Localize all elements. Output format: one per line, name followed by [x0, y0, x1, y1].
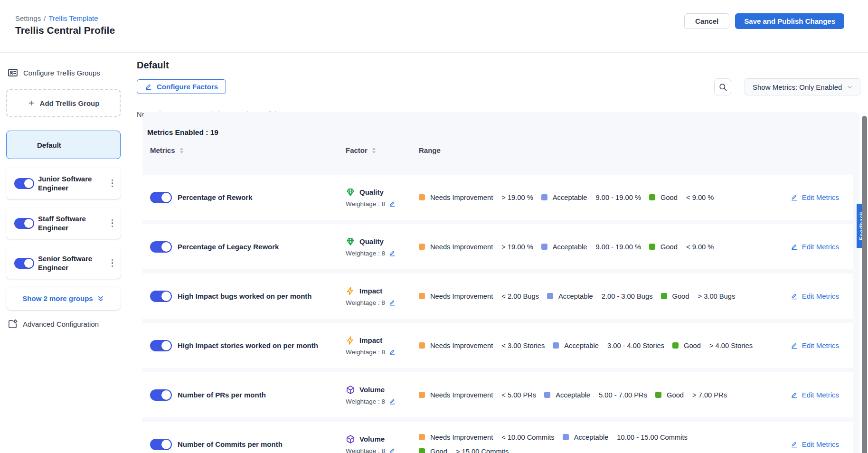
- range-label: Acceptable: [574, 434, 609, 441]
- toggle-knob: [161, 292, 171, 301]
- range-group: Good > 15.00 Commits: [419, 448, 509, 453]
- range-group: Acceptable 5.00 - 7.00 PRs: [544, 391, 647, 399]
- edit-metrics-link[interactable]: Edit Metrics: [791, 193, 839, 201]
- column-header-metrics[interactable]: Metrics: [150, 146, 342, 154]
- metric-enabled-toggle[interactable]: [150, 192, 172, 203]
- metric-name-label: Percentage of Legacy Rework: [173, 243, 342, 251]
- edit-metrics-cell: Edit Metrics: [791, 243, 839, 251]
- breadcrumb-settings[interactable]: Settings: [15, 14, 41, 22]
- edit-weightage-pencil-icon[interactable]: [389, 200, 396, 208]
- default-group-label: Default: [37, 141, 61, 149]
- range-label: Acceptable: [564, 342, 599, 349]
- breadcrumb-trellis-template[interactable]: Trellis Template: [48, 14, 98, 22]
- range-color-chip: [655, 392, 661, 398]
- sidebar-trellis-group-card[interactable]: Senior Software Engineer: [6, 247, 121, 279]
- metric-enabled-toggle[interactable]: [150, 241, 172, 253]
- range-color-chip: [419, 448, 425, 453]
- save-and-publish-button[interactable]: Save and Publish Changes: [735, 13, 844, 29]
- edit-metrics-link[interactable]: Edit Metrics: [791, 341, 839, 349]
- factor-cell: Impact Weightage : 8: [342, 336, 413, 356]
- range-color-chip: [672, 342, 679, 349]
- metric-enabled-toggle[interactable]: [150, 389, 172, 401]
- factor-cell: Impact Weightage : 8: [342, 286, 413, 306]
- configure-factors-button[interactable]: Configure Factors: [137, 79, 226, 94]
- range-cell: Needs Improvement < 10.00 Commits Accept…: [413, 434, 698, 453]
- metrics-table-body: Percentage of Rework: [142, 175, 859, 453]
- range-value: < 3.00 Stories: [501, 342, 545, 349]
- edit-metrics-cell: Edit Metrics: [791, 341, 839, 349]
- range-color-chip: [419, 244, 425, 250]
- edit-metrics-link[interactable]: Edit Metrics: [791, 292, 839, 300]
- column-header-factor[interactable]: Factor: [342, 146, 413, 154]
- range-value: > 3.00 Bugs: [698, 293, 735, 300]
- range-value: < 5.00 PRs: [501, 391, 536, 399]
- range-color-chip: [541, 194, 547, 200]
- impact-lightning-icon: [346, 286, 355, 296]
- edit-weightage-pencil-icon[interactable]: [389, 398, 396, 405]
- pencil-icon: [791, 391, 798, 399]
- range-value: < 9.00 %: [686, 194, 714, 201]
- metric-enabled-toggle[interactable]: [150, 439, 172, 450]
- metric-name-label: Number of Commits per month: [173, 440, 342, 448]
- edit-metrics-label: Edit Metrics: [802, 391, 839, 399]
- range-label: Needs Improvement: [430, 243, 493, 251]
- group-enabled-toggle[interactable]: [14, 258, 34, 269]
- range-label: Acceptable: [556, 391, 590, 399]
- pencil-icon: [791, 243, 798, 251]
- chevron-down-icon: [846, 84, 853, 91]
- metric-name-label: High Impact stories worked on per month: [173, 341, 342, 349]
- range-group: Acceptable 3.00 - 4.00 Stories: [553, 342, 664, 349]
- plus-icon: [28, 99, 35, 107]
- factor-name-label: Volume: [359, 386, 385, 394]
- show-more-groups-button[interactable]: Show 2 more groups: [6, 287, 121, 310]
- metric-enabled-toggle[interactable]: [150, 340, 172, 351]
- edit-metrics-cell: Edit Metrics: [791, 193, 839, 201]
- show-more-groups-label: Show 2 more groups: [22, 294, 93, 302]
- trellis-group-list: Junior Software Engineer Staff Software …: [6, 168, 121, 279]
- show-metrics-filter-dropdown[interactable]: Show Metrics: Only Enabled: [745, 78, 860, 95]
- range-group: Good < 9.00 %: [649, 243, 714, 251]
- edit-weightage-pencil-icon[interactable]: [389, 447, 396, 453]
- weightage-label: Weightage : 8: [346, 200, 385, 208]
- range-cell: Needs Improvement > 19.00 % Acceptable 9…: [413, 194, 777, 201]
- kebab-menu-icon[interactable]: [109, 217, 116, 230]
- metric-table-row: Number of PRs per month: [142, 372, 853, 417]
- edit-metrics-label: Edit Metrics: [802, 243, 839, 251]
- show-metrics-filter-value: Show Metrics: Only Enabled: [753, 83, 842, 91]
- vertical-scrollbar-thumb[interactable]: [862, 116, 867, 453]
- metric-enabled-toggle[interactable]: [150, 291, 172, 302]
- range-value: 9.00 - 19.00 %: [595, 194, 641, 201]
- range-value: 2.00 - 3.00 Bugs: [602, 293, 653, 300]
- range-group: Acceptable 9.00 - 19.00 %: [541, 194, 641, 201]
- sidebar-trellis-group-card[interactable]: Junior Software Engineer: [6, 168, 121, 199]
- add-trellis-group-button[interactable]: Add Trellis Group: [6, 89, 121, 117]
- range-label: Good: [672, 293, 689, 300]
- edit-metrics-link[interactable]: Edit Metrics: [791, 440, 839, 448]
- range-group: Acceptable 9.00 - 19.00 %: [541, 243, 641, 251]
- search-button[interactable]: [714, 78, 731, 95]
- magnifier-icon: [718, 83, 727, 92]
- pencil-icon: [791, 194, 798, 201]
- edit-weightage-pencil-icon[interactable]: [389, 299, 396, 306]
- edit-metrics-link[interactable]: Edit Metrics: [791, 243, 839, 251]
- sidebar-trellis-group-card[interactable]: Staff Software Engineer: [6, 208, 121, 239]
- quality-gem-icon: [346, 188, 355, 197]
- advanced-configuration-item[interactable]: Advanced Configuration: [7, 319, 121, 330]
- edit-metrics-link[interactable]: Edit Metrics: [791, 391, 839, 399]
- metric-table-row: Percentage of Rework: [142, 175, 853, 220]
- breadcrumb: Settings / Trellis Template: [15, 14, 98, 22]
- sidebar-item-default-group[interactable]: Default: [6, 131, 121, 159]
- group-enabled-toggle[interactable]: [14, 218, 34, 229]
- range-cell: Needs Improvement > 19.00 % Acceptable 9…: [413, 243, 777, 251]
- edit-weightage-pencil-icon[interactable]: [389, 349, 396, 356]
- range-value: > 15.00 Commits: [456, 448, 509, 453]
- kebab-menu-icon[interactable]: [109, 177, 116, 190]
- range-group: Good > 4.00 Stories: [672, 342, 753, 349]
- cancel-button[interactable]: Cancel: [684, 13, 729, 29]
- kebab-menu-icon[interactable]: [109, 256, 116, 270]
- range-color-chip: [419, 293, 425, 299]
- range-color-chip: [419, 342, 425, 349]
- metric-table-row: Percentage of Legacy Rework: [142, 224, 853, 269]
- edit-weightage-pencil-icon[interactable]: [389, 250, 396, 257]
- group-enabled-toggle[interactable]: [14, 178, 34, 189]
